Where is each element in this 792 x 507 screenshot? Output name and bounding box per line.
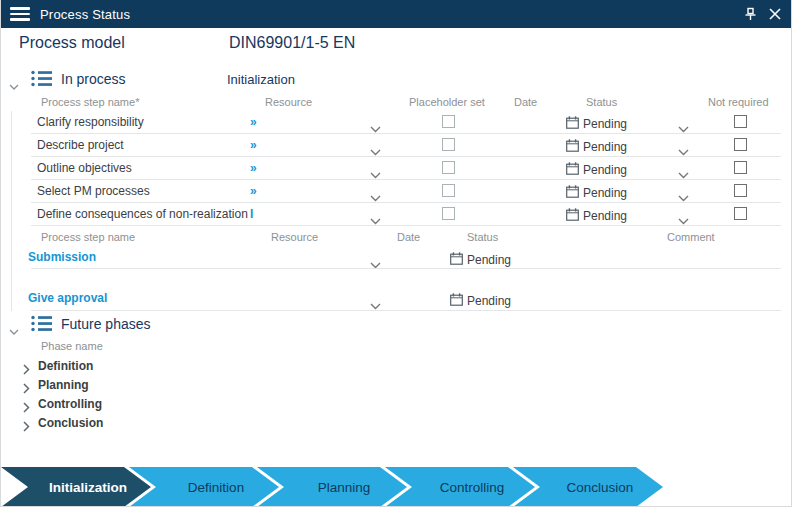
placeholder-set-checkbox[interactable] — [442, 161, 455, 174]
calendar-icon[interactable] — [566, 115, 579, 133]
row-separator — [31, 225, 781, 226]
pin-icon[interactable] — [744, 7, 757, 21]
collapse-chevron-icon[interactable] — [9, 76, 19, 94]
list-icon — [31, 70, 52, 91]
phase-list-item[interactable]: Controlling — [1, 395, 301, 414]
status-value[interactable]: Pending — [583, 117, 627, 131]
process-step-name[interactable]: Select PM processes — [37, 184, 150, 198]
calendar-icon[interactable] — [450, 292, 463, 310]
calendar-icon[interactable] — [450, 251, 463, 269]
milestone-name[interactable]: Give approval — [28, 291, 107, 305]
phase-list-item[interactable]: Conclusion — [1, 414, 301, 433]
table-row: Define consequences of non-realization I… — [1, 203, 792, 226]
phase-name[interactable]: Conclusion — [38, 416, 103, 430]
col-placeholder-set: Placeholder set — [409, 96, 485, 108]
phase-arrow-controlling[interactable]: Controlling — [385, 467, 535, 507]
chevron-down-icon[interactable] — [370, 296, 381, 314]
row-separator — [31, 268, 781, 269]
phase-list-item[interactable]: Planning — [1, 376, 301, 395]
col-date: Date — [397, 231, 420, 243]
col-status: Status — [467, 231, 498, 243]
status-value[interactable]: Pending — [583, 186, 627, 200]
menu-icon[interactable] — [10, 7, 30, 21]
col-process-step-name: Process step name* — [41, 96, 139, 108]
phase-arrow-initialization[interactable]: Initialization — [1, 467, 151, 507]
col-date: Date — [514, 96, 537, 108]
col-phase-name: Phase name — [41, 340, 103, 352]
current-phase-label: Initialization — [227, 72, 295, 87]
title-bar: Process Status — [1, 0, 792, 28]
col-comment: Comment — [667, 231, 715, 243]
phase-arrow-definition[interactable]: Definition — [129, 467, 279, 507]
calendar-icon[interactable] — [566, 207, 579, 225]
resource-link[interactable]: » — [250, 184, 257, 198]
placeholder-set-checkbox[interactable] — [442, 207, 455, 220]
window-title: Process Status — [40, 7, 130, 22]
phase-list-item[interactable]: Definition — [1, 357, 301, 376]
process-status-window: Process Status Process model DIN69901/1-… — [0, 0, 792, 507]
resource-link[interactable]: » — [250, 138, 257, 152]
resource-text-cursor[interactable]: I — [250, 207, 253, 221]
not-required-checkbox[interactable] — [734, 207, 747, 220]
milestone-name[interactable]: Submission — [28, 250, 96, 264]
collapse-chevron-icon[interactable] — [9, 321, 19, 339]
phase-arrow-conclusion[interactable]: Conclusion — [513, 467, 663, 507]
phase-name[interactable]: Planning — [38, 378, 89, 392]
placeholder-set-checkbox[interactable] — [442, 138, 455, 151]
status-value[interactable]: Pending — [583, 140, 627, 154]
col-status: Status — [586, 96, 617, 108]
col-resource: Resource — [265, 96, 312, 108]
table-row: Clarify responsibility » Pending — [1, 111, 792, 134]
calendar-icon[interactable] — [566, 138, 579, 156]
placeholder-set-checkbox[interactable] — [442, 115, 455, 128]
placeholder-set-checkbox[interactable] — [442, 184, 455, 197]
calendar-icon[interactable] — [566, 184, 579, 202]
not-required-checkbox[interactable] — [734, 115, 747, 128]
table-row: Outline objectives » Pending — [1, 157, 792, 180]
chevron-down-icon[interactable] — [370, 211, 381, 229]
col-process-step-name: Process step name — [41, 231, 135, 243]
phase-progress-bar: Initialization Definition Planning Contr… — [1, 467, 792, 507]
col-resource: Resource — [271, 231, 318, 243]
row-separator — [31, 310, 781, 311]
status-value[interactable]: Pending — [467, 253, 511, 267]
process-model-label: Process model — [19, 34, 125, 52]
process-step-name[interactable]: Outline objectives — [37, 161, 132, 175]
process-step-name[interactable]: Describe project — [37, 138, 124, 152]
close-icon[interactable] — [769, 8, 781, 20]
chevron-down-icon[interactable] — [678, 211, 689, 229]
milestone-row: Give approval Pending — [1, 288, 792, 311]
resource-link[interactable]: » — [250, 161, 257, 175]
section-future-phases-title[interactable]: Future phases — [61, 316, 151, 332]
status-value[interactable]: Pending — [467, 294, 511, 308]
not-required-checkbox[interactable] — [734, 138, 747, 151]
chevron-down-icon[interactable] — [370, 255, 381, 273]
process-step-name[interactable]: Define consequences of non-realization — [37, 207, 248, 221]
section-in-process-title[interactable]: In process — [61, 71, 126, 87]
phase-name[interactable]: Definition — [38, 359, 93, 373]
table-row: Describe project » Pending — [1, 134, 792, 157]
not-required-checkbox[interactable] — [734, 184, 747, 197]
process-model-value[interactable]: DIN69901/1-5 EN — [229, 34, 355, 52]
list-icon — [31, 315, 52, 336]
status-value[interactable]: Pending — [583, 209, 627, 223]
not-required-checkbox[interactable] — [734, 161, 747, 174]
col-not-required: Not required — [708, 96, 769, 108]
phase-name[interactable]: Controlling — [38, 397, 102, 411]
process-step-name[interactable]: Clarify responsibility — [37, 115, 144, 129]
table-row: Select PM processes » Pending — [1, 180, 792, 203]
expand-chevron-icon[interactable] — [23, 418, 30, 436]
status-value[interactable]: Pending — [583, 163, 627, 177]
milestone-row: Submission Pending — [1, 247, 792, 270]
calendar-icon[interactable] — [566, 161, 579, 179]
resource-link[interactable]: » — [250, 115, 257, 129]
phase-arrow-planning[interactable]: Planning — [257, 467, 407, 507]
